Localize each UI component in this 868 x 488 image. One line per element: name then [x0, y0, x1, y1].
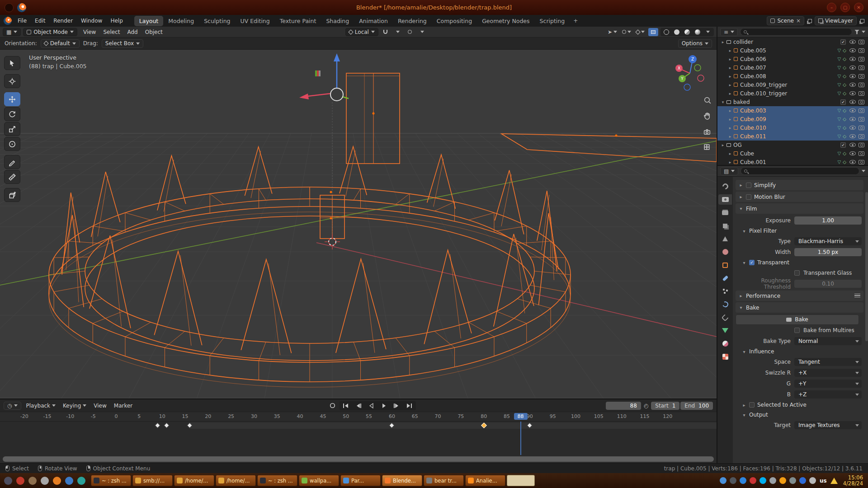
hide-in-viewport-icon[interactable] — [849, 39, 856, 44]
blender-logo-icon[interactable] — [4, 17, 12, 25]
panel-output[interactable]: ▾ Output — [735, 410, 864, 420]
panel-simplify[interactable]: ▸ Simplify — [736, 180, 863, 190]
disable-in-renders-icon[interactable] — [859, 66, 864, 70]
keyframe-diamond[interactable] — [155, 422, 160, 428]
tab-object-data[interactable] — [718, 325, 732, 336]
launcher-icon-7[interactable] — [75, 475, 87, 486]
bake-type-dropdown[interactable]: Normal — [794, 337, 862, 345]
outliner-row-cube-008[interactable]: ▸Cube.008▽◇ — [717, 72, 868, 80]
proportional-dropdown[interactable] — [417, 28, 427, 36]
disable-in-renders-icon[interactable] — [859, 151, 864, 156]
timeline-menu-marker[interactable]: Marker — [110, 402, 136, 410]
outliner-row-og[interactable]: ▸OG✓ — [717, 141, 868, 149]
roughness-threshold-slider[interactable]: 0.10 — [794, 280, 862, 288]
workspace-tab-rendering[interactable]: Rendering — [393, 16, 432, 26]
hide-in-viewport-icon[interactable] — [849, 56, 856, 61]
jump-to-end-button[interactable] — [403, 402, 415, 410]
disclosure-caret-icon[interactable]: ▾ — [720, 100, 726, 104]
disable-in-renders-icon[interactable] — [859, 100, 864, 104]
workspace-tab-compositing[interactable]: Compositing — [432, 16, 477, 26]
hide-in-viewport-icon[interactable] — [849, 125, 856, 130]
filter-type-dropdown[interactable]: Blackman-Harris — [794, 237, 862, 245]
cursor-tool[interactable] — [4, 74, 20, 88]
chevron-down-icon[interactable] — [862, 31, 865, 33]
collection-checkbox[interactable]: ✓ — [840, 99, 846, 105]
exposure-slider[interactable]: 1.00 — [794, 216, 862, 225]
outliner-row-cube-005[interactable]: ▸Cube.005▽◇ — [717, 46, 868, 55]
warning-icon[interactable] — [830, 478, 838, 484]
timeline-menu-keying[interactable]: Keying — [59, 402, 90, 410]
ortho-toggle-icon[interactable] — [702, 142, 712, 152]
collection-checkbox[interactable]: ✓ — [840, 39, 846, 45]
tray-icon-6[interactable] — [769, 477, 776, 484]
keyboard-layout-indicator[interactable]: us — [820, 478, 827, 484]
task-button--home-[interactable]: /home/... — [216, 475, 256, 486]
shading-material-button[interactable] — [682, 28, 692, 36]
next-keyframe-button[interactable] — [391, 402, 403, 410]
panel-motion-blur[interactable]: ▸ Motion Blur — [736, 192, 863, 202]
task-button-analie-[interactable]: Analie... — [465, 475, 505, 486]
workspace-tab-sculpting[interactable]: Sculpting — [199, 16, 235, 26]
tray-icon-8[interactable] — [789, 477, 796, 484]
hide-in-viewport-icon[interactable] — [849, 134, 856, 139]
tab-constraints[interactable] — [718, 312, 732, 323]
playhead-label[interactable]: 88 — [514, 413, 528, 420]
properties-search-input[interactable] — [741, 167, 859, 175]
panel-film[interactable]: ▾ Film — [736, 203, 863, 214]
tab-modifiers[interactable] — [718, 273, 732, 283]
add-workspace-button[interactable]: + — [570, 16, 581, 26]
current-frame-field[interactable]: 88 — [606, 402, 641, 410]
outliner-row-cube-010-trigger[interactable]: ▸Cube.010_trigger▽◇ — [717, 89, 868, 98]
tab-render[interactable] — [718, 194, 732, 205]
disable-in-renders-icon[interactable] — [859, 143, 864, 147]
options-dropdown[interactable]: Options — [678, 39, 712, 48]
menu-file[interactable]: File — [14, 16, 31, 25]
timeline-scrollbar[interactable] — [3, 456, 714, 462]
target-dropdown[interactable]: Image Textures — [794, 421, 862, 429]
viewlayer-selector[interactable]: ViewLayer — [815, 16, 857, 25]
tab-output[interactable] — [718, 207, 732, 218]
launcher-icon-4[interactable] — [39, 475, 50, 486]
editor-type-selector[interactable]: ▦ — [3, 28, 21, 36]
outliner-row-cube-009[interactable]: ▸Cube.009▽◇ — [717, 115, 868, 123]
outliner-row-cube-010[interactable]: ▸Cube.010▽◇ — [717, 123, 868, 132]
disclosure-caret-icon[interactable]: ▸ — [727, 91, 733, 96]
presets-icon[interactable] — [854, 294, 860, 298]
tray-icon-5[interactable] — [760, 477, 766, 484]
measure-tool[interactable] — [4, 170, 20, 184]
disable-in-renders-icon[interactable] — [859, 108, 864, 113]
select-box-tool[interactable] — [4, 56, 20, 70]
outliner-row-cube-011[interactable]: ▸Cube.011▽◇ — [717, 132, 868, 141]
transform-tool[interactable] — [4, 137, 20, 151]
disable-in-renders-icon[interactable] — [859, 74, 864, 79]
tab-tool[interactable] — [718, 181, 732, 192]
disclosure-caret-icon[interactable]: ▸ — [727, 117, 733, 122]
disclosure-caret-icon[interactable]: ▸ — [727, 126, 733, 130]
panel-performance[interactable]: ▸ Performance — [736, 291, 863, 301]
task-button-smb-[interactable]: smb://... — [132, 475, 173, 486]
tray-icon-4[interactable] — [750, 477, 756, 484]
task-button-bear-tr-[interactable]: bear tr... — [424, 475, 464, 486]
new-viewlayer-icon[interactable] — [860, 19, 864, 23]
taskbar-clock[interactable]: 15:06 4/28/24 — [843, 475, 863, 487]
workspace-tab-geometry-nodes[interactable]: Geometry Nodes — [477, 16, 534, 26]
outliner-row-cube-001[interactable]: ▸Cube.001▽◇ — [717, 158, 868, 165]
disable-in-renders-icon[interactable] — [859, 134, 864, 139]
auto-keying-toggle[interactable] — [326, 402, 339, 410]
task-button-wallpa-[interactable]: wallpa... — [299, 475, 339, 486]
disclosure-caret-icon[interactable]: ▸ — [727, 108, 733, 113]
viewport-canvas[interactable]: ZXY — [0, 50, 717, 399]
outliner-row-cube-009-trigger[interactable]: ▸Cube.009_trigger▽◇ — [717, 80, 868, 89]
transparent-checkbox[interactable]: ✓ — [749, 260, 755, 265]
viewport-menu-add[interactable]: Add — [123, 28, 141, 36]
disable-in-renders-icon[interactable] — [859, 91, 864, 96]
disable-in-renders-icon[interactable] — [859, 126, 864, 130]
workspace-tab-animation[interactable]: Animation — [354, 16, 393, 26]
tray-icon-3[interactable] — [740, 477, 746, 484]
menu-edit[interactable]: Edit — [31, 16, 49, 25]
mode-dropdown[interactable]: Object Mode — [23, 28, 77, 36]
snap-toggle[interactable] — [381, 28, 391, 36]
add-cube-tool[interactable] — [4, 188, 20, 202]
tray-icon-9[interactable] — [799, 477, 806, 484]
hide-in-viewport-icon[interactable] — [849, 142, 856, 147]
